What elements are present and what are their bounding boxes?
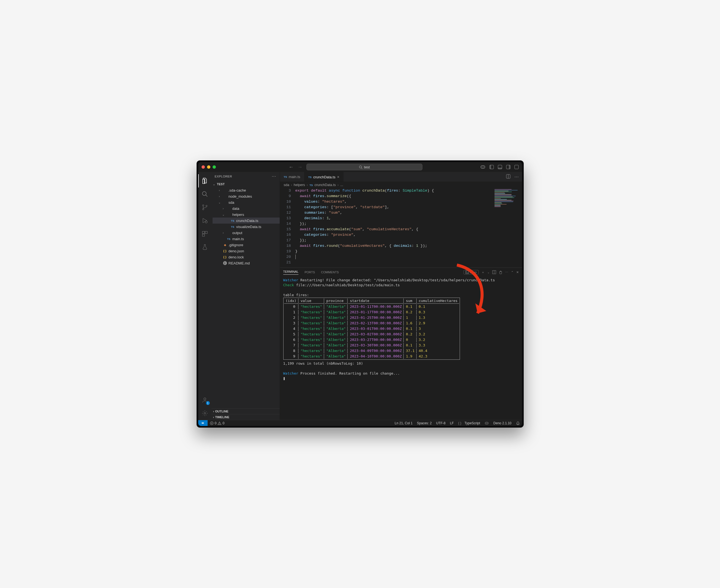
close-window-button[interactable]	[202, 165, 205, 169]
outline-section[interactable]: ›OUTLINE	[211, 408, 280, 414]
table-row: 2"hectares""Alberta"2023-01-25T00:00:00.…	[284, 315, 459, 320]
minimap[interactable]	[493, 188, 522, 218]
editor-more-button[interactable]: ⋯	[514, 174, 519, 180]
terminal-dropdown-button[interactable]: ⌄	[487, 271, 489, 274]
activity-debug[interactable]	[198, 214, 211, 227]
file-row[interactable]: { }deno.json	[213, 248, 280, 254]
folder-row[interactable]: ⌄sda	[213, 199, 280, 205]
nav-forward-button[interactable]: →	[296, 163, 304, 171]
warning-icon	[217, 421, 221, 425]
table-row: 5"hectares""Alberta"2023-03-02T00:00:00.…	[284, 332, 459, 337]
table-row: 4"hectares""Alberta"2023-03-01T00:00:00.…	[284, 326, 459, 331]
indentation-status[interactable]: Spaces: 2	[415, 421, 434, 425]
activity-bar: 1	[198, 172, 211, 420]
file-row[interactable]: TSvisualizeData.ts	[213, 224, 280, 230]
breadcrumbs[interactable]: sda › helpers › TS crunchData.ts › ...	[280, 182, 522, 188]
activity-search[interactable]	[198, 187, 211, 201]
code-editor[interactable]: 39101112131415161718192021 export defaul…	[280, 188, 522, 268]
file-row[interactable]: iREADME.md	[213, 260, 280, 266]
table-row: 0"hectares""Alberta"2023-01-11T00:00:00.…	[284, 304, 459, 309]
file-row[interactable]: ◆.gitignore	[213, 242, 280, 248]
activity-scm[interactable]	[198, 201, 211, 214]
problems-status[interactable]: 0 0	[208, 421, 227, 425]
breadcrumb-file[interactable]: crunchData.ts	[314, 183, 336, 187]
minimize-window-button[interactable]	[207, 165, 210, 169]
breadcrumb-segment[interactable]: helpers	[294, 183, 305, 187]
close-tab-button[interactable]: ×	[337, 175, 339, 179]
folder-row[interactable]: ›.sda-cache	[213, 187, 280, 193]
close-panel-button[interactable]: ✕	[516, 271, 519, 274]
activity-accounts[interactable]: 1	[198, 393, 211, 407]
json-file-icon: { }	[223, 255, 228, 259]
split-terminal-button[interactable]	[492, 270, 496, 274]
maximize-window-button[interactable]	[213, 165, 216, 169]
svg-point-3	[482, 167, 483, 168]
encoding-status[interactable]: UTF-8	[434, 421, 448, 425]
breadcrumb-tail[interactable]: ...	[340, 183, 343, 187]
eol-status[interactable]: LF	[448, 421, 456, 425]
svg-rect-6	[490, 165, 491, 169]
file-row[interactable]: { }deno.lock	[213, 254, 280, 260]
breadcrumb-segment[interactable]: sda	[284, 183, 289, 187]
table-header: startdate	[348, 298, 404, 304]
remote-button[interactable]	[198, 420, 208, 426]
activity-extensions[interactable]	[198, 227, 211, 240]
readme-file-icon: i	[223, 261, 228, 265]
file-row[interactable]: TSmain.ts	[213, 236, 280, 242]
language-status[interactable]: { } TypeScript	[456, 421, 482, 425]
play-bug-icon	[202, 217, 208, 224]
editor-tab[interactable]: TSmain.ts	[280, 172, 304, 182]
timeline-section[interactable]: ›TIMELINE	[211, 414, 280, 420]
folder-row[interactable]: ⌄helpers	[213, 211, 280, 217]
maximize-panel-button[interactable]: ⌃	[511, 271, 513, 274]
tree-label: .gitignore	[229, 243, 243, 247]
terminal-profile[interactable]: deno	[464, 270, 479, 274]
toggle-panel-icon[interactable]	[498, 165, 502, 169]
extensions-icon	[202, 231, 208, 237]
ts-file-icon: TS	[226, 237, 231, 240]
tree-label: deno.lock	[229, 255, 244, 259]
gear-icon	[202, 410, 208, 417]
nav-back-button[interactable]: ←	[287, 163, 295, 171]
panel-tab-terminal[interactable]: TERMINAL	[283, 270, 299, 275]
table-header: sum	[404, 298, 416, 304]
split-editor-button[interactable]	[506, 174, 510, 180]
panel-tab-comments[interactable]: COMMENTS	[321, 271, 339, 274]
layout-customizer-icon[interactable]	[489, 165, 494, 169]
panel-more-button[interactable]: ⋯	[505, 271, 508, 274]
cursor-position[interactable]: Ln 21, Col 1	[393, 421, 415, 425]
svg-rect-34	[485, 422, 488, 424]
svg-point-36	[487, 423, 488, 423]
svg-rect-8	[498, 168, 502, 169]
svg-point-15	[203, 209, 204, 210]
kill-terminal-button[interactable]	[499, 271, 503, 274]
svg-line-1	[361, 168, 362, 168]
folder-root[interactable]: ⌄TEST	[211, 181, 280, 187]
terminal-output[interactable]: Watcher Restarting! File change detected…	[280, 277, 522, 420]
new-terminal-button[interactable]: ＋	[482, 270, 485, 274]
tab-label: main.ts	[289, 175, 300, 179]
toggle-sidebar-icon[interactable]	[506, 165, 510, 169]
command-center-search[interactable]: test	[306, 164, 422, 170]
toggle-fullpanel-icon[interactable]	[514, 165, 519, 169]
folder-row[interactable]: ›node_modules	[213, 193, 280, 199]
copilot-status[interactable]	[482, 421, 491, 425]
svg-rect-20	[203, 234, 205, 236]
explorer-more-button[interactable]: ⋯	[272, 174, 276, 179]
panel-tab-ports[interactable]: PORTS	[304, 271, 315, 274]
activity-testing[interactable]	[198, 240, 211, 254]
tree-label: output	[232, 231, 242, 235]
deno-status[interactable]: Deno 2.1.10	[491, 421, 513, 425]
editor-tab[interactable]: TScrunchData.ts×	[304, 172, 344, 182]
tree-label: sda	[229, 201, 234, 205]
search-icon	[359, 165, 362, 169]
table-row: 7"hectares""Alberta"2023-03-30T00:00:00.…	[284, 343, 459, 348]
notifications-button[interactable]	[514, 421, 522, 425]
svg-point-17	[205, 221, 207, 223]
activity-explorer[interactable]	[198, 174, 211, 187]
activity-settings[interactable]	[198, 407, 211, 420]
folder-row[interactable]: ›output	[213, 230, 280, 236]
file-row[interactable]: TScrunchData.ts	[213, 217, 280, 224]
copilot-icon[interactable]	[480, 164, 486, 170]
folder-row[interactable]: ›data	[213, 205, 280, 211]
